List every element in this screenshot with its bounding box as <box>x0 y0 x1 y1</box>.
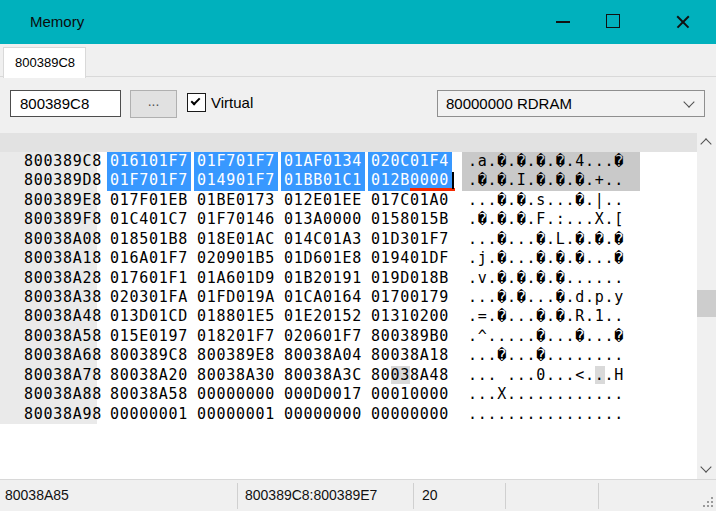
row-address: 800389C8 <box>24 152 102 171</box>
ascii-cell[interactable]: .�.�.I.�.�.�.+.. <box>462 171 640 190</box>
hex-word[interactable]: 018E01AC <box>197 230 275 249</box>
hex-word[interactable]: 020601F7 <box>284 327 362 346</box>
ascii-cell[interactable]: .v.�.�.�.�...... <box>468 269 624 288</box>
hex-word[interactable]: 01FD019A <box>197 288 275 307</box>
status-divider <box>413 483 414 509</box>
hex-word[interactable]: 80038A48 <box>371 366 449 385</box>
hex-word[interactable]: 016101F7 <box>107 152 191 171</box>
status-selection-range: 800389C8:800389E7 <box>245 480 377 510</box>
hex-word[interactable]: 00000000 <box>197 385 275 404</box>
memory-row: 80038A8880038A5800000000000D001700010000… <box>0 385 697 404</box>
scroll-thumb[interactable] <box>697 290 716 317</box>
row-address: 80038A48 <box>24 307 102 326</box>
minimize-icon <box>556 21 570 23</box>
address-input[interactable] <box>10 90 121 117</box>
hex-word[interactable]: 018201F7 <box>197 327 275 346</box>
hex-word[interactable]: 013D01CD <box>110 307 188 326</box>
hex-word[interactable]: 00000000 <box>371 405 449 424</box>
hex-word[interactable]: 017601F1 <box>110 269 188 288</box>
hex-word[interactable]: 01E20152 <box>284 307 362 326</box>
region-select[interactable]: 80000000 RDRAM <box>437 90 705 117</box>
hex-word[interactable]: 017F01EB <box>110 191 188 210</box>
ascii-cell[interactable]: .j.�...�.�.�...� <box>468 249 624 268</box>
hex-word[interactable]: 01B20191 <box>284 269 362 288</box>
hex-word[interactable]: 01310200 <box>371 307 449 326</box>
row-address: 80038A88 <box>24 385 102 404</box>
hex-word[interactable]: 80038A20 <box>110 366 188 385</box>
hex-word[interactable]: 01A601D9 <box>197 269 275 288</box>
hex-word[interactable]: 018501B8 <box>110 230 188 249</box>
maximize-button[interactable] <box>596 0 630 44</box>
ascii-cell[interactable]: .=.�...�.�.R.1.. <box>468 307 624 326</box>
hex-word[interactable]: 018801E5 <box>197 307 275 326</box>
browse-button[interactable]: ... <box>130 90 177 118</box>
hex-word[interactable]: 00000001 <box>197 405 275 424</box>
hex-word[interactable]: 020C01F4 <box>368 152 452 171</box>
hex-word[interactable]: 00010000 <box>371 385 449 404</box>
virtual-checkbox[interactable] <box>187 93 206 112</box>
hex-word[interactable]: 800389C8 <box>110 346 188 365</box>
hex-word[interactable]: 01700179 <box>371 288 449 307</box>
hex-word[interactable]: 800389E8 <box>197 346 275 365</box>
hex-word[interactable]: 80038A18 <box>371 346 449 365</box>
hex-word[interactable]: 01CA0164 <box>284 288 362 307</box>
ascii-cell[interactable]: ...�...�........ <box>468 346 624 365</box>
hex-word[interactable]: 800389B0 <box>371 327 449 346</box>
hex-word[interactable]: 013A0000 <box>284 210 362 229</box>
vertical-scrollbar[interactable] <box>697 133 716 479</box>
chevron-down-icon <box>700 461 711 472</box>
minimize-button[interactable] <box>546 0 580 44</box>
memory-row: 800389E8017F01EB01BE0173012E01EE017C01A0… <box>0 191 697 210</box>
hex-word[interactable]: 01D301F7 <box>371 230 449 249</box>
ascii-cell[interactable]: ...�.�.s...�.|.. <box>468 191 624 210</box>
resize-grip-icon[interactable] <box>703 497 713 507</box>
hex-word[interactable]: 01C401C7 <box>110 210 188 229</box>
hex-word[interactable]: 80038A3C <box>284 366 362 385</box>
close-button[interactable] <box>666 0 700 44</box>
ascii-cell[interactable]: ...X............ <box>468 385 624 404</box>
row-address: 80038A58 <box>24 327 102 346</box>
ascii-cell[interactable]: ...�.�...�.d.p.y <box>468 288 624 307</box>
hex-word[interactable]: 80038A30 <box>197 366 275 385</box>
hex-word[interactable]: 80038A58 <box>110 385 188 404</box>
row-address: 80038A68 <box>24 346 102 365</box>
hex-word[interactable]: 000D0017 <box>284 385 362 404</box>
hex-word[interactable]: 020901B5 <box>197 249 275 268</box>
ascii-cell[interactable]: ...�...�.L.�.�.� <box>468 230 624 249</box>
ascii-cell[interactable]: .^.....�...�...� <box>468 327 624 346</box>
hex-word[interactable]: 01F70146 <box>197 210 275 229</box>
scroll-down-button[interactable] <box>697 460 716 477</box>
hex-word[interactable]: 0158015B <box>371 210 449 229</box>
ascii-cell[interactable]: .a.�.�.�.�.4...� <box>462 152 640 171</box>
hex-word[interactable]: 019D018B <box>371 269 449 288</box>
ascii-cell[interactable]: ................ <box>468 405 624 424</box>
hex-word[interactable]: 01AF0134 <box>281 152 365 171</box>
hex-word[interactable]: 020301FA <box>110 288 188 307</box>
hex-word[interactable]: 015E0197 <box>110 327 188 346</box>
hex-word[interactable]: 017C01A0 <box>371 191 449 210</box>
hex-word[interactable]: 014901F7 <box>194 171 278 190</box>
hex-word[interactable]: 01D601E8 <box>284 249 362 268</box>
hex-word[interactable]: 016A01F7 <box>110 249 188 268</box>
hex-word[interactable]: 01BB01C1 <box>281 171 365 190</box>
hex-word[interactable]: 01F701F7 <box>107 171 191 190</box>
hex-word[interactable]: 01F701F7 <box>194 152 278 171</box>
status-bar: 80038A85 800389C8:800389E7 20 <box>0 479 716 511</box>
ascii-cell[interactable]: ... ...0...<...H <box>468 366 624 385</box>
memory-row: 80038A08018501B8018E01AC014C01A301D301F7… <box>0 230 697 249</box>
hex-word[interactable]: 019401DF <box>371 249 449 268</box>
hex-word[interactable]: 01BE0173 <box>197 191 275 210</box>
scroll-up-button[interactable] <box>697 133 716 150</box>
row-address: 800389F8 <box>24 210 102 229</box>
hex-word[interactable]: 014C01A3 <box>284 230 362 249</box>
tab-address[interactable]: 800389C8 <box>3 47 86 78</box>
close-icon <box>675 14 691 30</box>
hex-word[interactable]: 80038A04 <box>284 346 362 365</box>
chevron-up-icon <box>700 138 711 149</box>
hex-word[interactable]: 012E01EE <box>284 191 362 210</box>
virtual-label: Virtual <box>211 94 253 111</box>
ascii-cell[interactable]: .�.�.�.F.:...X.[ <box>468 210 624 229</box>
hex-word[interactable]: 00000000 <box>284 405 362 424</box>
hex-word[interactable]: 00000001 <box>110 405 188 424</box>
toolbar: ... Virtual 80000000 RDRAM <box>0 77 716 133</box>
